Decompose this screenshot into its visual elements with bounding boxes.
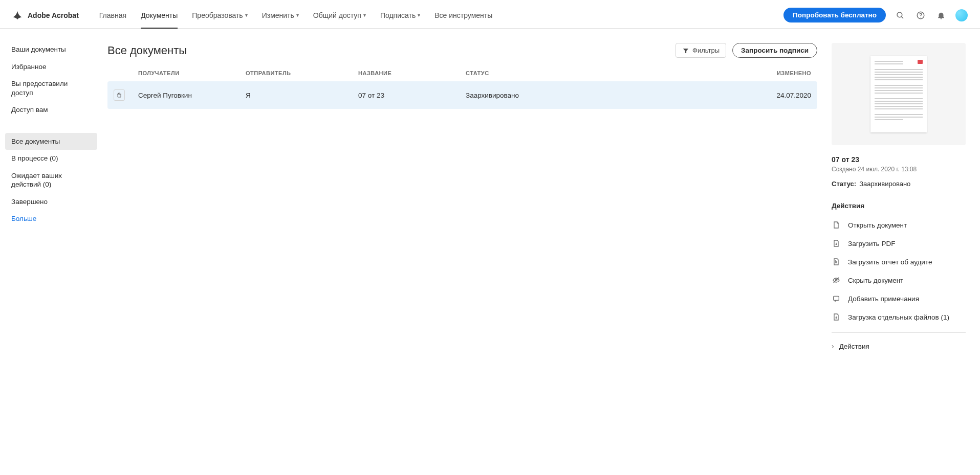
action-add-notes[interactable]: Добавить примечания xyxy=(832,289,966,308)
main-content: Все документы Фильтры Запросить подписи … xyxy=(102,29,832,475)
filters-label: Фильтры xyxy=(692,47,720,54)
sidebar: Ваши документы Избранное Вы предоставили… xyxy=(0,29,102,475)
nav-edit-label: Изменить xyxy=(262,11,294,19)
thumbnail-page xyxy=(870,56,927,132)
nav-home[interactable]: Главная xyxy=(99,2,126,28)
action-label: Загрузить PDF xyxy=(848,240,895,247)
filter-icon xyxy=(682,47,689,54)
cell-changed: 24.07.2020 xyxy=(750,92,811,99)
chevron-down-icon: ▾ xyxy=(363,12,366,18)
action-label: Открыть документ xyxy=(848,221,907,229)
sidebar-item-you-shared[interactable]: Вы предоставили доступ xyxy=(5,75,97,101)
documents-table: ПОЛУЧАТЕЛИ ОТПРАВИТЕЛЬ НАЗВАНИЕ СТАТУС И… xyxy=(107,70,817,109)
divider xyxy=(832,332,966,333)
cell-recipients: Сергей Пуговкин xyxy=(138,92,246,99)
svg-line-1 xyxy=(901,16,903,18)
action-label: Загрузить отчет об аудите xyxy=(848,258,932,266)
page-title: Все документы xyxy=(107,44,669,57)
sidebar-item-more[interactable]: Больше xyxy=(5,210,97,228)
svg-point-0 xyxy=(897,12,902,17)
avatar[interactable] xyxy=(955,9,968,21)
svg-point-3 xyxy=(920,17,921,17)
logo-block: Adobe Acrobat xyxy=(12,10,79,20)
chevron-down-icon: ▾ xyxy=(245,12,248,18)
nav-documents-label: Документы xyxy=(141,11,178,19)
top-nav: Главная Документы Преобразовать▾ Изменит… xyxy=(99,2,492,28)
nav-sign[interactable]: Подписать▾ xyxy=(380,2,420,28)
row-icon-cell xyxy=(114,89,138,101)
topbar: Adobe Acrobat Главная Документы Преобраз… xyxy=(0,0,980,29)
svg-rect-6 xyxy=(834,296,839,300)
bell-icon[interactable] xyxy=(935,9,947,21)
note-icon xyxy=(832,294,841,303)
sidebar-item-awaiting[interactable]: Ожидает ваших действий (0) xyxy=(5,167,97,193)
details-doc-title: 07 от 23 xyxy=(832,155,966,164)
col-header-changed: ИЗМЕНЕНО xyxy=(750,70,811,76)
chevron-right-icon: › xyxy=(832,342,834,350)
sidebar-item-shared-with-you[interactable]: Доступ вам xyxy=(5,101,97,119)
chevron-down-icon: ▾ xyxy=(296,12,299,18)
try-free-button[interactable]: Попробовать бесплатно xyxy=(783,8,886,22)
nav-share-label: Общий доступ xyxy=(313,11,361,19)
expand-actions[interactable]: › Действия xyxy=(832,339,966,353)
nav-edit[interactable]: Изменить▾ xyxy=(262,2,299,28)
sidebar-item-all-docs[interactable]: Все документы xyxy=(5,133,97,150)
filters-button[interactable]: Фильтры xyxy=(676,43,726,58)
col-header-status: СТАТУС xyxy=(466,70,750,76)
download-audit-icon xyxy=(832,257,841,266)
action-download-audit[interactable]: Загрузить отчет об аудите xyxy=(832,253,966,271)
cell-status: Заархивировано xyxy=(466,92,750,99)
details-status-label: Статус: xyxy=(832,180,856,188)
eye-off-icon xyxy=(832,276,841,285)
col-header-recipients: ПОЛУЧАТЕЛИ xyxy=(138,70,246,76)
action-label: Загрузка отдельных файлов (1) xyxy=(848,313,949,321)
details-panel: 07 от 23 Создано 24 июл. 2020 г. 13:08 С… xyxy=(832,29,980,475)
app-name: Adobe Acrobat xyxy=(28,11,79,19)
cell-title: 07 от 23 xyxy=(358,92,466,99)
details-status: Статус:Заархивировано xyxy=(832,180,966,188)
sidebar-group-1: Ваши документы Избранное Вы предоставили… xyxy=(5,41,97,119)
nav-all-tools[interactable]: Все инструменты xyxy=(434,2,492,28)
col-header-sender: ОТПРАВИТЕЛЬ xyxy=(246,70,358,76)
download-pdf-icon xyxy=(832,239,841,248)
page-header: Все документы Фильтры Запросить подписи xyxy=(107,43,817,58)
sidebar-group-2: Все документы В процессе (0) Ожидает ваш… xyxy=(5,133,97,228)
help-icon[interactable] xyxy=(914,9,927,21)
table-row[interactable]: Сергей Пуговкин Я 07 от 23 Заархивирован… xyxy=(107,81,817,109)
action-label: Добавить примечания xyxy=(848,295,919,303)
request-signatures-button[interactable]: Запросить подписи xyxy=(732,43,817,58)
action-label: Скрыть документ xyxy=(848,277,903,284)
expand-actions-label: Действия xyxy=(839,343,869,350)
search-icon[interactable] xyxy=(894,9,906,21)
document-thumbnail[interactable] xyxy=(832,43,966,145)
download-files-icon xyxy=(832,312,841,322)
col-header-title: НАЗВАНИЕ xyxy=(358,70,466,76)
sidebar-item-in-progress[interactable]: В процессе (0) xyxy=(5,150,97,167)
document-icon xyxy=(832,220,841,230)
table-header: ПОЛУЧАТЕЛИ ОТПРАВИТЕЛЬ НАЗВАНИЕ СТАТУС И… xyxy=(107,70,817,81)
action-open-document[interactable]: Открыть документ xyxy=(832,216,966,234)
sidebar-item-favorites[interactable]: Избранное xyxy=(5,58,97,76)
action-download-pdf[interactable]: Загрузить PDF xyxy=(832,234,966,253)
archive-icon xyxy=(114,89,125,101)
nav-home-label: Главная xyxy=(99,11,126,19)
actions-section-label: Действия xyxy=(832,202,966,210)
nav-convert[interactable]: Преобразовать▾ xyxy=(192,2,247,28)
nav-documents[interactable]: Документы xyxy=(141,2,178,28)
acrobat-logo-icon xyxy=(12,10,23,20)
cell-sender: Я xyxy=(246,92,358,99)
sidebar-item-your-docs[interactable]: Ваши документы xyxy=(5,41,97,58)
details-status-value: Заархивировано xyxy=(859,180,910,188)
nav-all-tools-label: Все инструменты xyxy=(434,11,492,19)
details-created: Создано 24 июл. 2020 г. 13:08 xyxy=(832,166,966,173)
nav-convert-label: Преобразовать xyxy=(192,11,243,19)
nav-share[interactable]: Общий доступ▾ xyxy=(313,2,366,28)
chevron-down-icon: ▾ xyxy=(418,12,420,18)
action-hide-document[interactable]: Скрыть документ xyxy=(832,271,966,289)
nav-sign-label: Подписать xyxy=(380,11,416,19)
sidebar-item-completed[interactable]: Завершено xyxy=(5,193,97,211)
action-download-files[interactable]: Загрузка отдельных файлов (1) xyxy=(832,308,966,326)
